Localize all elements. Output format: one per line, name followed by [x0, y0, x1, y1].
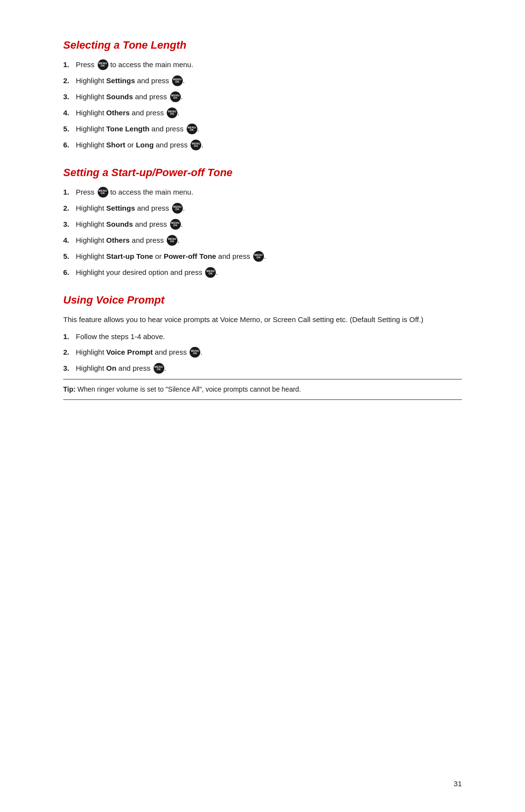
menu-button-icon: MENUOK: [191, 140, 201, 150]
highlight-word: Start-up Tone: [106, 252, 153, 260]
section-title-voice-prompt: Using Voice Prompt: [63, 294, 462, 307]
menu-button-icon: MENUOK: [170, 91, 181, 102]
highlight-word: Short: [106, 141, 125, 149]
highlight-word: Sounds: [106, 220, 133, 228]
step-text: Highlight Short or Long and press MENUOK…: [76, 140, 462, 151]
highlight-word: Long: [136, 141, 154, 149]
step-1-4: 4. Highlight Others and press MENUOK.: [63, 108, 462, 119]
step-2-3: 3. Highlight Sounds and press MENUOK.: [63, 219, 462, 230]
highlight-word: Others: [106, 236, 130, 244]
section-title-tone-length: Selecting a Tone Length: [63, 39, 462, 52]
step-2-5: 5. Highlight Start-up Tone or Power-off …: [63, 251, 462, 262]
step-text: Follow the steps 1-4 above.: [76, 331, 462, 343]
step-number: 1.: [63, 59, 74, 71]
highlight-word: Others: [106, 108, 130, 117]
menu-button-icon: MENUOK: [253, 251, 264, 262]
step-list-tone-length: 1. Press MENUOK to access the main menu.…: [63, 59, 462, 151]
step-text: Highlight Sounds and press MENUOK.: [76, 219, 462, 230]
menu-button-icon: MENUOK: [98, 187, 108, 198]
step-2-4: 4. Highlight Others and press MENUOK.: [63, 235, 462, 246]
step-3-3: 3. Highlight On and press MENUOK.: [63, 363, 462, 374]
menu-button-icon: MENUOK: [205, 267, 216, 278]
step-number: 4.: [63, 108, 74, 119]
step-number: 5.: [63, 124, 74, 135]
menu-button-icon: MENUOK: [167, 108, 177, 118]
step-number: 3.: [63, 219, 74, 230]
highlight-word: Sounds: [106, 92, 133, 101]
step-text: Highlight Sounds and press MENUOK.: [76, 91, 462, 103]
step-number: 5.: [63, 251, 74, 262]
step-number: 6.: [63, 267, 74, 278]
highlight-word: Settings: [106, 76, 135, 85]
step-text: Highlight Others and press MENUOK.: [76, 235, 462, 246]
step-list-startup: 1. Press MENUOK to access the main menu.…: [63, 187, 462, 278]
highlight-word: On: [106, 364, 117, 372]
step-text: Press MENUOK to access the main menu.: [76, 187, 462, 198]
step-text: Highlight your desired option and press …: [76, 267, 462, 278]
menu-button-icon: MENUOK: [167, 235, 177, 246]
step-text: Highlight On and press MENUOK.: [76, 363, 462, 374]
step-text: Press MENUOK to access the main menu.: [76, 59, 462, 71]
menu-button-icon: MENUOK: [154, 363, 164, 374]
step-2-6: 6. Highlight your desired option and pre…: [63, 267, 462, 278]
step-1-3: 3. Highlight Sounds and press MENUOK.: [63, 91, 462, 103]
step-1-6: 6. Highlight Short or Long and press MEN…: [63, 140, 462, 151]
tip-label: Tip:: [63, 385, 75, 393]
step-2-2: 2. Highlight Settings and press MENUOK.: [63, 203, 462, 214]
step-text: Highlight Tone Length and press MENUOK.: [76, 124, 462, 135]
page-number: 31: [454, 779, 462, 788]
step-2-1: 1. Press MENUOK to access the main menu.: [63, 187, 462, 198]
step-text: Highlight Others and press MENUOK.: [76, 108, 462, 119]
step-text: Highlight Settings and press MENUOK.: [76, 203, 462, 214]
page-content: Selecting a Tone Length 1. Press MENUOK …: [0, 0, 525, 454]
highlight-word: Power-off Tone: [164, 252, 216, 260]
step-number: 1.: [63, 331, 74, 343]
menu-button-icon: MENUOK: [98, 59, 108, 70]
section-title-startup: Setting a Start-up/Power-off Tone: [63, 166, 462, 179]
step-1-2: 2. Highlight Settings and press MENUOK.: [63, 75, 462, 87]
step-text: Highlight Settings and press MENUOK.: [76, 75, 462, 87]
tip-box: Tip: When ringer volume is set to "Silen…: [63, 379, 462, 400]
step-number: 6.: [63, 140, 74, 151]
highlight-word: Settings: [106, 204, 135, 212]
step-number: 2.: [63, 203, 74, 214]
step-number: 3.: [63, 91, 74, 103]
step-text: Highlight Voice Prompt and press MENUOK.: [76, 347, 462, 358]
voice-prompt-description: This feature allows you to hear voice pr…: [63, 314, 462, 325]
step-number: 3.: [63, 363, 74, 374]
step-number: 2.: [63, 347, 74, 358]
step-number: 2.: [63, 75, 74, 87]
step-number: 4.: [63, 235, 74, 246]
step-number: 1.: [63, 187, 74, 198]
menu-button-icon: MENUOK: [172, 203, 183, 214]
menu-button-icon: MENUOK: [190, 347, 200, 358]
menu-button-icon: MENUOK: [187, 124, 197, 134]
highlight-word: Tone Length: [106, 125, 150, 133]
step-list-voice-prompt: 1. Follow the steps 1-4 above. 2. Highli…: [63, 331, 462, 375]
tip-text: When ringer volume is set to "Silence Al…: [75, 385, 301, 393]
section-startup-poweroff: Setting a Start-up/Power-off Tone 1. Pre…: [63, 166, 462, 278]
section-selecting-tone-length: Selecting a Tone Length 1. Press MENUOK …: [63, 39, 462, 151]
highlight-word: Voice Prompt: [106, 348, 153, 356]
section-voice-prompt: Using Voice Prompt This feature allows y…: [63, 294, 462, 400]
step-3-1: 1. Follow the steps 1-4 above.: [63, 331, 462, 343]
step-text: Highlight Start-up Tone or Power-off Ton…: [76, 251, 462, 262]
step-3-2: 2. Highlight Voice Prompt and press MENU…: [63, 347, 462, 358]
step-1-5: 5. Highlight Tone Length and press MENUO…: [63, 124, 462, 135]
step-1-1: 1. Press MENUOK to access the main menu.: [63, 59, 462, 71]
menu-button-icon: MENUOK: [170, 219, 181, 230]
menu-button-icon: MENUOK: [172, 75, 183, 86]
